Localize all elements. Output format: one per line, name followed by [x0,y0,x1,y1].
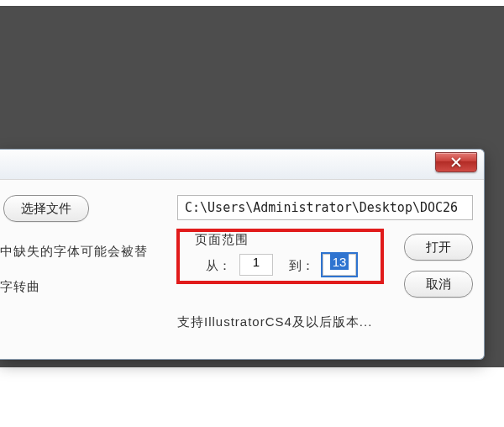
dialog-body: 选择文件 C:\Users\Administrator\Desktop\DOC2… [0,180,484,359]
select-file-button[interactable]: 选择文件 [3,195,89,222]
file-path-value: C:\Users\Administrator\Desktop\DOC26 [185,200,458,215]
file-open-dialog: 选择文件 C:\Users\Administrator\Desktop\DOC2… [0,149,485,360]
to-label: 到： [289,258,314,274]
open-label: 打开 [426,240,451,256]
titlebar [0,150,484,180]
open-button[interactable]: 打开 [404,234,473,261]
page-to-input[interactable]: 13 [323,254,356,276]
font-warning-line1: 中缺失的字体可能会被替 [0,244,148,260]
page-range-label: 页面范围 [195,232,249,248]
cancel-label: 取消 [426,277,451,293]
from-label: 从： [206,258,231,274]
page-from-value: 1 [253,255,260,269]
select-file-label: 选择文件 [21,201,71,217]
file-path-field[interactable]: C:\Users\Administrator\Desktop\DOC26 [177,195,473,220]
version-note: 支持IllustratorCS4及以后版本... [177,314,372,330]
close-button[interactable] [435,152,477,172]
cancel-button[interactable]: 取消 [404,271,473,298]
font-warning-line2: 字转曲 [0,279,40,295]
page-to-value: 13 [330,254,349,270]
page-from-input[interactable]: 1 [239,254,273,276]
close-icon [451,157,461,167]
